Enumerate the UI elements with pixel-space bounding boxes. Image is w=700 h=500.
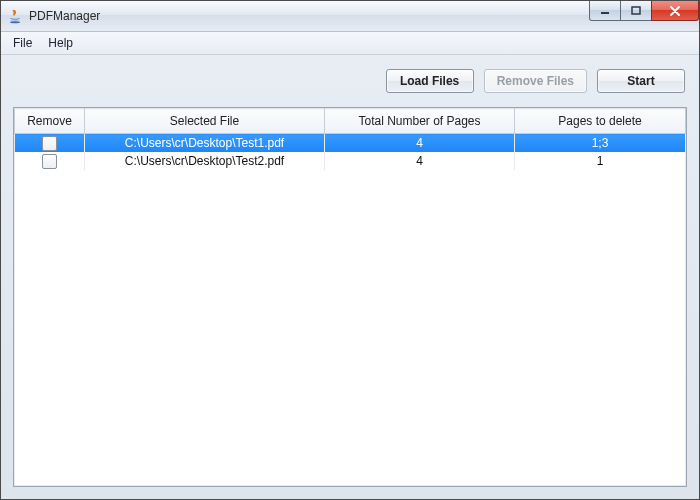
svg-rect-2 bbox=[632, 7, 640, 14]
remove-checkbox[interactable] bbox=[42, 154, 57, 169]
table-row[interactable]: C:\Users\cr\Desktop\Test1.pdf41;3 bbox=[15, 134, 686, 153]
load-files-button[interactable]: Load Files bbox=[386, 69, 474, 93]
table-row[interactable]: C:\Users\cr\Desktop\Test2.pdf41 bbox=[15, 152, 686, 170]
table-body: C:\Users\cr\Desktop\Test1.pdf41;3C:\User… bbox=[15, 134, 686, 171]
svg-point-0 bbox=[10, 21, 20, 23]
content-area: Load Files Remove Files Start Remove Sel… bbox=[1, 55, 699, 499]
menu-help[interactable]: Help bbox=[40, 34, 81, 52]
cell-pages-to-delete[interactable]: 1;3 bbox=[515, 134, 686, 153]
cell-file[interactable]: C:\Users\cr\Desktop\Test2.pdf bbox=[85, 152, 325, 170]
window-title: PDFManager bbox=[29, 9, 100, 23]
minimize-button[interactable] bbox=[589, 1, 621, 21]
maximize-button[interactable] bbox=[620, 1, 652, 21]
cell-total-pages[interactable]: 4 bbox=[325, 152, 515, 170]
col-header-remove[interactable]: Remove bbox=[15, 109, 85, 134]
col-header-pages[interactable]: Total Number of Pages bbox=[325, 109, 515, 134]
table-header-row: Remove Selected File Total Number of Pag… bbox=[15, 109, 686, 134]
java-app-icon bbox=[7, 8, 23, 24]
file-table[interactable]: Remove Selected File Total Number of Pag… bbox=[14, 108, 686, 170]
toolbar: Load Files Remove Files Start bbox=[13, 65, 687, 107]
titlebar[interactable]: PDFManager bbox=[1, 1, 699, 32]
menubar: File Help bbox=[1, 32, 699, 55]
close-button[interactable] bbox=[651, 1, 699, 21]
file-table-panel: Remove Selected File Total Number of Pag… bbox=[13, 107, 687, 487]
window-controls bbox=[590, 1, 699, 21]
menu-file[interactable]: File bbox=[5, 34, 40, 52]
col-header-delete[interactable]: Pages to delete bbox=[515, 109, 686, 134]
cell-pages-to-delete[interactable]: 1 bbox=[515, 152, 686, 170]
cell-remove[interactable] bbox=[15, 134, 85, 153]
col-header-file[interactable]: Selected File bbox=[85, 109, 325, 134]
app-window: PDFManager File Help Load Files Remove F… bbox=[0, 0, 700, 500]
start-button[interactable]: Start bbox=[597, 69, 685, 93]
svg-rect-1 bbox=[601, 12, 609, 14]
remove-checkbox[interactable] bbox=[42, 136, 57, 151]
cell-total-pages[interactable]: 4 bbox=[325, 134, 515, 153]
cell-remove[interactable] bbox=[15, 152, 85, 170]
remove-files-button[interactable]: Remove Files bbox=[484, 69, 587, 93]
cell-file[interactable]: C:\Users\cr\Desktop\Test1.pdf bbox=[85, 134, 325, 153]
